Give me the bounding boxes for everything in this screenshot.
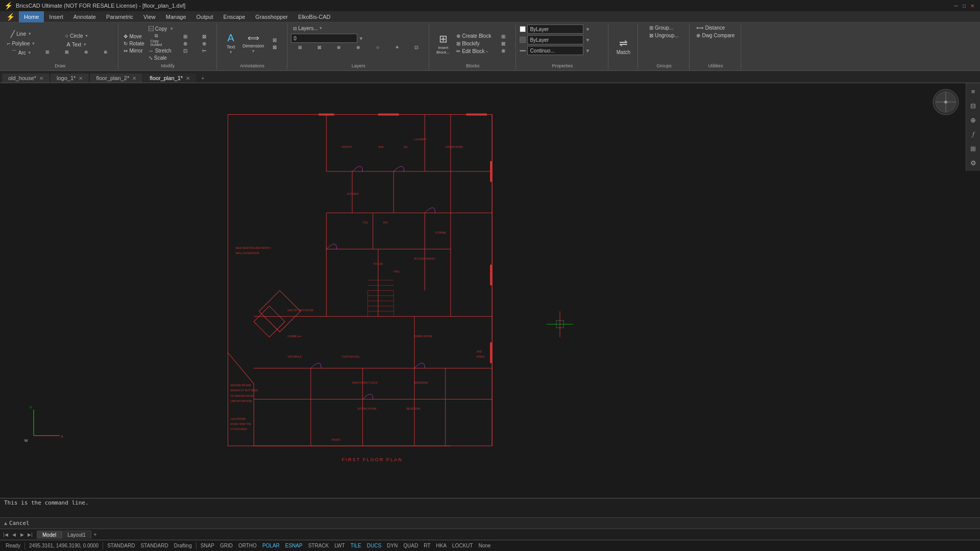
continuous-dropdown[interactable]: ▼	[585, 48, 590, 54]
draw-extra1[interactable]: ⊞	[38, 49, 57, 55]
group-button[interactable]: ⊞ Group...	[648, 24, 675, 31]
rotate-button[interactable]: ↻ Rotate	[122, 40, 145, 47]
move-button[interactable]: ✥ Move	[122, 33, 145, 40]
layer-btn7[interactable]: ⊡	[407, 44, 426, 51]
layer-combo[interactable]	[291, 34, 357, 43]
status-grid[interactable]: GRID	[217, 542, 235, 549]
status-standard1[interactable]: STANDARD	[105, 542, 137, 549]
tab-floor-plan1[interactable]: floor_plan_1* ✕	[143, 73, 196, 83]
draw-extra4[interactable]: ⊕	[96, 49, 115, 55]
layer-btn2[interactable]: ⊠	[310, 44, 329, 51]
copy-button[interactable]: ⿱ Copy ▼	[147, 26, 175, 32]
tab-floor-plan1-close[interactable]: ✕	[186, 76, 190, 81]
status-ducs[interactable]: DUCS	[364, 542, 384, 549]
status-lwt[interactable]: LWT	[332, 542, 347, 549]
menu-output[interactable]: Output	[191, 11, 218, 22]
arc-dropdown[interactable]: ▼	[28, 51, 32, 55]
copy-dropdown[interactable]: ▼	[169, 27, 174, 31]
status-tile[interactable]: TILE	[348, 542, 364, 549]
tab-old-house-close[interactable]: ✕	[39, 76, 43, 81]
properties-panel-button[interactable]: ⊟	[967, 99, 979, 112]
layout-nav-prev[interactable]: ◀	[10, 531, 17, 538]
text-dropdown[interactable]: ▼	[83, 42, 87, 47]
status-hka[interactable]: HKA	[433, 542, 449, 549]
insert-block-button[interactable]: ⊞ InsertBlock...	[433, 32, 453, 56]
tab-floor-plan2-close[interactable]: ✕	[132, 76, 136, 81]
menu-elkobis[interactable]: ElkoBis-CAD	[293, 11, 336, 22]
tab-logo1-close[interactable]: ✕	[79, 76, 83, 81]
text-anno-button[interactable]: A Text ▼	[220, 31, 241, 56]
menu-parametric[interactable]: Parametric	[101, 11, 138, 22]
tab-model[interactable]: Model	[37, 531, 62, 539]
menu-insert[interactable]: Insert	[44, 11, 68, 22]
app-menu-button[interactable]: ⚡	[2, 11, 19, 22]
settings-panel-button[interactable]: ⚙	[967, 157, 979, 169]
status-esnap[interactable]: ESNAP	[283, 542, 305, 549]
modify-extra1[interactable]: ⊞	[176, 33, 194, 40]
layout-nav-next[interactable]: ▶	[18, 531, 26, 538]
text-button[interactable]: A Text ▼	[38, 40, 115, 48]
layers-dropdown[interactable]: ▼	[319, 26, 323, 31]
command-input[interactable]	[32, 520, 978, 527]
bylayer1-dropdown[interactable]: ▼	[585, 27, 590, 32]
mirror-button[interactable]: ⇔ Mirror	[122, 47, 145, 54]
status-snap[interactable]: SNAP	[198, 542, 217, 549]
polyline-dropdown[interactable]: ▼	[31, 41, 35, 46]
layer-btn4[interactable]: ⊕	[349, 44, 368, 51]
edit-block-button[interactable]: ✏ Edit Block -	[455, 48, 493, 55]
status-polar[interactable]: POLAR	[260, 542, 282, 549]
match-button[interactable]: ⇌ Match	[612, 36, 634, 56]
blocks-extra3[interactable]: ⊗	[494, 47, 512, 54]
circle-button[interactable]: ○ Circle ▼	[38, 32, 115, 40]
line-dropdown[interactable]: ▼	[28, 32, 32, 36]
cmd-expand-button[interactable]: ▲	[2, 519, 9, 527]
bylayer2-dropdown[interactable]: ▼	[585, 37, 590, 43]
layer-btn5[interactable]: ☆	[369, 44, 387, 51]
blocks-panel-button[interactable]: ⊕	[967, 114, 979, 126]
distance-button[interactable]: ⟺ Distance	[695, 24, 726, 31]
layer-combo-dropdown[interactable]: ▼	[358, 36, 363, 41]
bylayer2-combo[interactable]	[527, 35, 583, 44]
modify-extra2[interactable]: ⊠	[195, 33, 213, 40]
status-drafting[interactable]: Drafting	[172, 542, 194, 549]
dimension-button[interactable]: ⟺ Dimension ▼	[242, 32, 264, 55]
status-standard2[interactable]: STANDARD	[138, 542, 170, 549]
bylayer1-combo[interactable]	[527, 24, 583, 34]
layout-add-button[interactable]: +	[91, 530, 99, 539]
viewport[interactable]: PANTRY HAN DE LAUNDRY STEAM WORK KITCHEN…	[0, 83, 980, 498]
modify-extra4[interactable]: ⊕	[195, 40, 213, 47]
stretch-button[interactable]: ↔ Stretch	[147, 47, 175, 54]
menu-annotate[interactable]: Annotate	[68, 11, 101, 22]
maximize-button[interactable]: □	[961, 2, 968, 9]
menu-enscape[interactable]: Enscape	[218, 11, 251, 22]
layout-nav-first[interactable]: |◀	[2, 531, 9, 538]
continuous-combo[interactable]	[527, 46, 583, 55]
blocks-extra2[interactable]: ⊠	[494, 40, 512, 47]
minimize-button[interactable]: ─	[952, 2, 960, 9]
line-button[interactable]: ╱ Line ▼	[5, 29, 37, 39]
components-panel-button[interactable]: ⊞	[967, 142, 979, 155]
lisp-panel-button[interactable]: 𝑓	[967, 128, 979, 140]
status-none[interactable]: None	[476, 542, 493, 549]
status-strack[interactable]: STRACK	[306, 542, 332, 549]
tab-old-house[interactable]: old_house* ✕	[2, 73, 50, 83]
draw-extra2[interactable]: ⊠	[58, 49, 76, 55]
blocks-extra1[interactable]: ⊞	[494, 33, 512, 40]
status-lockut[interactable]: LOCKUT	[450, 542, 476, 549]
modify-extra6[interactable]: ⊢	[195, 47, 213, 54]
dwg-compare-button[interactable]: ⊕ Dwg Compare	[695, 32, 736, 39]
blockify-button[interactable]: ⊞ Blockify	[455, 40, 493, 47]
status-dyn[interactable]: DYN	[384, 542, 400, 549]
menu-view[interactable]: View	[138, 11, 161, 22]
anno-extra1[interactable]: ⊞	[265, 37, 284, 43]
modify-extra3[interactable]: ⊗	[176, 40, 194, 47]
anno-extra2[interactable]: ⊠	[265, 44, 284, 51]
status-rt[interactable]: RT	[421, 542, 433, 549]
ungroup-button[interactable]: ⊠ Ungroup...	[648, 32, 680, 39]
modify-extra5[interactable]: ⊡	[176, 47, 194, 54]
status-ortho[interactable]: ORTHO	[236, 542, 259, 549]
menu-grasshopper[interactable]: Grasshopper	[250, 11, 293, 22]
circle-dropdown[interactable]: ▼	[85, 34, 89, 38]
tab-add-button[interactable]: +	[197, 73, 208, 83]
copy-guided-button[interactable]: ⧉ CopyGuided	[147, 33, 165, 47]
